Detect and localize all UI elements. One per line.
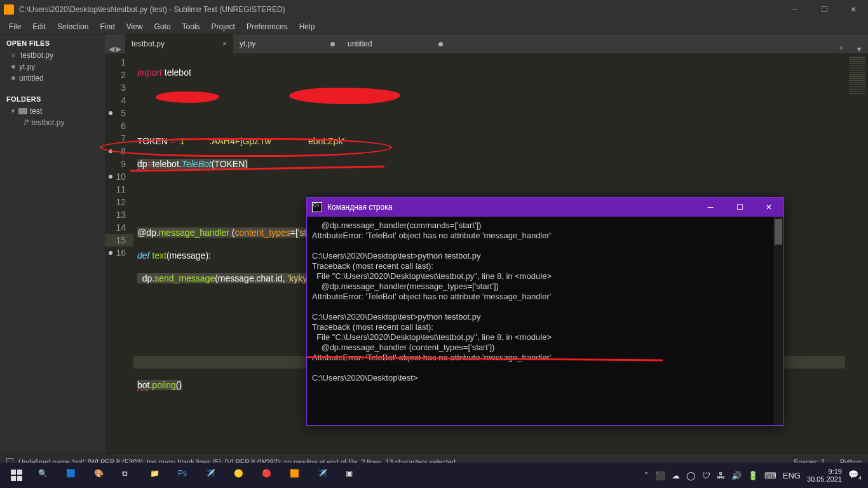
tray-nvidia-icon[interactable]: ⬛ [655, 471, 665, 480]
folder-file-testbot[interactable]: /* testbot.py [0, 117, 105, 128]
cmd-output[interactable]: @dp.message_handler(commands=['start']) … [307, 217, 783, 425]
menu-find[interactable]: Find [95, 21, 119, 32]
tray-clock[interactable]: 9:1930.05.2021 [807, 468, 842, 483]
folder-root[interactable]: ▼test [0, 105, 105, 117]
app-icon [4, 4, 14, 15]
tray-volume-icon[interactable]: 🔊 [731, 471, 742, 480]
menu-tools[interactable]: Tools [177, 21, 205, 32]
menu-edit[interactable]: Edit [27, 21, 51, 32]
folders-header: FOLDERS [0, 90, 105, 105]
menu-bar: File Edit Selection Find View Goto Tools… [0, 19, 868, 34]
taskbar-app-telegram-2[interactable]: ✈️ [310, 463, 338, 488]
new-tab-button[interactable]: ＋ [832, 43, 850, 53]
taskbar-app-sublime[interactable]: 🟧 [282, 463, 310, 488]
cmd-title-bar[interactable]: Командная строка ─ ☐ ✕ [307, 198, 783, 217]
cmd-close-button[interactable]: ✕ [754, 198, 783, 217]
menu-view[interactable]: View [121, 21, 148, 32]
tab-row: ◀▶ testbot.py× yt.py untitled ＋ ▾ [105, 34, 868, 53]
open-file-yt[interactable]: yt.py [0, 61, 105, 72]
taskbar-app-opera[interactable]: 🔴 [254, 463, 282, 488]
tab-prev-icon[interactable]: ◀ [109, 44, 114, 53]
tab-menu-button[interactable]: ▾ [850, 44, 868, 53]
taskbar-app-steam[interactable]: 🟦 [58, 463, 86, 488]
gutter: 123 456 789 101112 131415 16 [105, 53, 133, 454]
tab-yt[interactable]: yt.py [233, 34, 341, 53]
taskbar: 🔍 🟦 🎨 ⧉ 📁 Ps ✈️ 🟡 🔴 🟧 ✈️ ▣ ˄ ⬛ ☁ ◯ 🛡 🖧 🔊… [0, 463, 868, 488]
taskbar-app-photoshop[interactable]: Ps [170, 463, 198, 488]
tray-notifications-icon[interactable]: 💬4 [848, 470, 862, 481]
dirty-dot-icon [438, 42, 443, 46]
search-button[interactable]: 🔍 [31, 463, 58, 488]
command-prompt-window[interactable]: Командная строка ─ ☐ ✕ @dp.message_handl… [306, 197, 784, 426]
tray-network-icon[interactable]: 🖧 [717, 471, 725, 480]
tab-close-icon[interactable]: × [222, 39, 227, 48]
tray-browser-icon[interactable]: ◯ [686, 471, 696, 480]
menu-selection[interactable]: Selection [52, 21, 93, 32]
taskbar-app-chrome[interactable]: 🟡 [226, 463, 254, 488]
open-files-header: OPEN FILES [0, 34, 105, 50]
tray-battery-icon[interactable]: 🔋 [748, 471, 758, 480]
cmd-icon [312, 202, 322, 212]
cmd-maximize-button[interactable]: ☐ [725, 198, 754, 217]
start-button[interactable] [3, 463, 31, 488]
maximize-button[interactable]: ☐ [810, 0, 839, 19]
open-file-testbot[interactable]: ×testbot.py [0, 50, 105, 61]
taskbar-app-taskview[interactable]: ⧉ [114, 463, 142, 488]
tray-chevron-icon[interactable]: ˄ [644, 471, 649, 480]
menu-project[interactable]: Project [207, 21, 240, 32]
sidebar: OPEN FILES ×testbot.py yt.py untitled FO… [0, 34, 105, 454]
taskbar-app-cmd[interactable]: ▣ [338, 463, 366, 488]
menu-file[interactable]: File [4, 21, 26, 32]
dirty-dot-icon [330, 42, 335, 46]
minimap[interactable] [845, 53, 868, 454]
tray-language[interactable]: ENG [783, 471, 801, 480]
title-bar: C:\Users\2020\Desktop\test\testbot.py (t… [0, 0, 868, 19]
cmd-scrollbar[interactable] [773, 217, 783, 425]
cmd-title: Командная строка [327, 203, 696, 212]
taskbar-app-paint[interactable]: 🎨 [86, 463, 114, 488]
tray-cloud-icon[interactable]: ☁ [672, 471, 680, 480]
tab-untitled[interactable]: untitled [341, 34, 449, 53]
open-file-untitled[interactable]: untitled [0, 72, 105, 84]
tab-next-icon[interactable]: ▶ [116, 44, 121, 53]
tab-testbot[interactable]: testbot.py× [125, 34, 233, 53]
taskbar-app-explorer[interactable]: 📁 [142, 463, 170, 488]
close-button[interactable]: ✕ [839, 0, 868, 19]
tray-keyboard-icon[interactable]: ⌨ [764, 471, 776, 480]
window-title: C:\Users\2020\Desktop\test\testbot.py (t… [19, 5, 780, 14]
menu-preferences[interactable]: Preferences [241, 21, 293, 32]
minimize-button[interactable]: ─ [780, 0, 810, 19]
tray-security-icon[interactable]: 🛡 [702, 471, 710, 480]
menu-goto[interactable]: Goto [149, 21, 176, 32]
cmd-minimize-button[interactable]: ─ [696, 198, 725, 217]
menu-help[interactable]: Help [294, 21, 320, 32]
taskbar-app-telegram[interactable]: ✈️ [198, 463, 226, 488]
system-tray[interactable]: ˄ ⬛ ☁ ◯ 🛡 🖧 🔊 🔋 ⌨ ENG 9:1930.05.2021 💬4 [644, 468, 865, 483]
